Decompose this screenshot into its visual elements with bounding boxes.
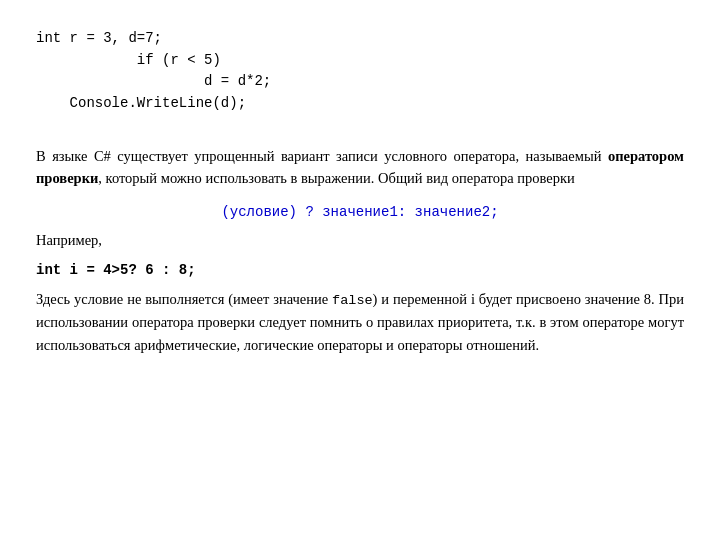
code-line-1: int r = 3, d=7; [36, 28, 684, 50]
code-line-4: Console.WriteLine(d); [36, 93, 684, 115]
code-line-2: if (r < 5) [36, 50, 684, 72]
para3: Здесь условие не выполняется (имеет знач… [36, 288, 684, 357]
para1: В языке C# существует упрощенный вариант… [36, 145, 684, 190]
code-block: int r = 3, d=7; if (r < 5) d = d*2; Cons… [36, 28, 684, 115]
center-formula: (условие) ? значение1: значение2; [36, 200, 684, 224]
prose-section: В языке C# существует упрощенный вариант… [36, 145, 684, 357]
code-example-line: int i = 4>5? 6 : 8; [36, 258, 684, 282]
code-line-3: d = d*2; [36, 71, 684, 93]
para2-start: Например, [36, 229, 684, 251]
page: int r = 3, d=7; if (r < 5) d = d*2; Cons… [0, 0, 720, 540]
